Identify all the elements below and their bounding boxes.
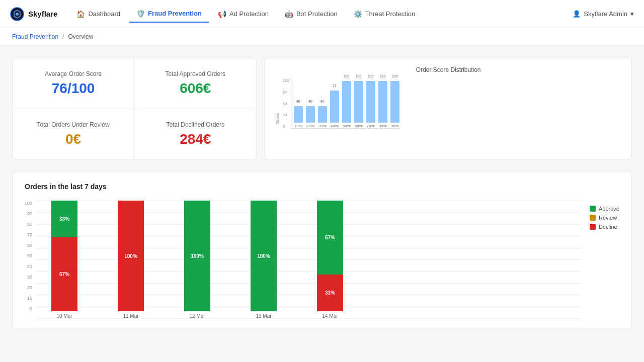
nav-dashboard[interactable]: 🏠 Dashboard <box>69 6 127 22</box>
total-review-value: 0€ <box>29 131 118 147</box>
orders-y-label: 20 <box>25 285 32 290</box>
dist-bar-top-label: 100 <box>392 74 398 78</box>
dist-bar-x-label: 20% <box>306 124 314 128</box>
orders-bars: 67%33%100%100%100%33%67% <box>36 201 582 311</box>
svg-point-1 <box>16 13 19 16</box>
y-label-60: 60 <box>282 102 289 106</box>
dist-bar-wrap: 4010% <box>293 106 303 128</box>
bar-group: 100% <box>118 201 144 311</box>
avg-order-score-label: Average Order Score <box>29 70 118 77</box>
dist-bar: 100 <box>342 81 351 123</box>
bar-x-label: 10 Mar <box>51 313 77 319</box>
breadcrumb-section[interactable]: Fraud Prevention <box>12 33 58 40</box>
dist-bar-x-label: 40% <box>331 124 339 128</box>
dist-bar-wrap: 10050% <box>342 81 352 128</box>
orders-y-label: 80 <box>25 222 32 227</box>
dist-bar-x-label: 90% <box>391 124 399 128</box>
dist-bar-x-label: 30% <box>318 124 327 128</box>
nav-bot-protection[interactable]: 🤖 Bot Protection <box>278 6 345 22</box>
dist-bar-top-label: 40 <box>296 100 300 103</box>
logo-text: Skyflare <box>28 10 57 18</box>
threat-icon: ⚙️ <box>354 10 362 18</box>
total-review-block: Total Orders Under Review 0€ <box>13 109 134 159</box>
bar-group: 67%33% <box>51 201 77 311</box>
orders-y-labels: 0102030405060708090100 <box>25 201 36 311</box>
dist-bar: 100 <box>378 81 387 123</box>
legend-item: Approve <box>590 206 619 212</box>
legend-color <box>590 206 596 212</box>
dist-bar: 100 <box>354 81 363 123</box>
total-declined-block: Total Declined Orders 284€ <box>134 109 256 159</box>
decline-segment: 33% <box>317 275 343 311</box>
dist-bar: 40 <box>306 106 315 123</box>
dist-bar: 100 <box>390 81 399 123</box>
legend-item: Review <box>590 215 619 221</box>
logo-icon <box>10 7 24 21</box>
bot-icon: 🤖 <box>285 10 293 18</box>
dist-bar-wrap: 7740% <box>330 90 340 128</box>
bar-x-label: 14 Mar <box>317 313 343 319</box>
orders-y-label: 50 <box>25 253 32 258</box>
nav-ad-protection[interactable]: 📢 Ad Protection <box>211 6 276 22</box>
ad-icon: 📢 <box>218 10 226 18</box>
orders-x-labels: 10 Mar11 Mar12 Mar13 Mar14 Mar <box>36 313 582 319</box>
dist-bar-wrap: 10090% <box>390 81 400 128</box>
user-icon: 👤 <box>573 10 581 18</box>
legend-label: Approve <box>599 206 619 212</box>
legend-item: Decline <box>590 224 619 230</box>
approve-segment: 33% <box>51 201 77 237</box>
approve-segment: 67% <box>317 201 343 275</box>
dist-bar: 40 <box>294 106 303 123</box>
nav-items: 🏠 Dashboard 🛡️ Fraud Prevention 📢 Ad Pro… <box>69 6 573 23</box>
dist-bar-top-label: 100 <box>368 74 374 78</box>
dist-bar: 40 <box>318 106 327 123</box>
dist-bar: 100 <box>366 81 375 123</box>
logo[interactable]: Skyflare <box>10 7 57 21</box>
legend-label: Review <box>599 215 617 221</box>
distribution-title: Order Score Distribution <box>275 66 621 73</box>
legend-color <box>590 215 596 221</box>
dist-bar-top-label: 40 <box>308 100 312 103</box>
score-y-title: Score <box>275 113 280 124</box>
dist-bar: 77 <box>330 90 339 123</box>
chart-legend: ApproveReviewDecline <box>582 201 619 319</box>
dist-bar-top-label: 77 <box>333 84 337 87</box>
bar-group: 100% <box>184 201 210 311</box>
y-label-30: 30 <box>282 113 289 117</box>
avg-order-score-block: Average Order Score 76/100 <box>13 58 134 109</box>
home-icon: 🏠 <box>76 10 85 18</box>
stacked-bar: 67%33% <box>51 201 77 311</box>
total-approved-block: Total Approved Orders 606€ <box>134 58 256 109</box>
nav-fraud-prevention[interactable]: 🛡️ Fraud Prevention <box>129 6 209 23</box>
legend-color <box>590 224 596 230</box>
stacked-bar: 33%67% <box>317 201 343 311</box>
user-menu[interactable]: 👤 Skyflare Admin ▾ <box>573 10 634 18</box>
total-review-label: Total Orders Under Review <box>29 121 118 128</box>
bar-x-label: 13 Mar <box>251 313 277 319</box>
dist-bar-top-label: 100 <box>344 74 350 78</box>
approve-segment: 100% <box>184 201 210 311</box>
stacked-bar: 100% <box>118 201 144 311</box>
y-label-0: 0 <box>282 124 289 129</box>
total-declined-value: 284€ <box>150 131 240 147</box>
orders-y-label: 0 <box>25 306 32 311</box>
total-approved-label: Total Approved Orders <box>150 70 240 77</box>
breadcrumb-page: Overview <box>68 33 93 40</box>
y-label-120: 120 <box>282 78 289 83</box>
dist-bar-wrap: 10060% <box>354 81 364 128</box>
bar-x-label: 12 Mar <box>184 313 210 319</box>
total-approved-value: 606€ <box>150 80 240 97</box>
nav-threat-protection[interactable]: ⚙️ Threat Protection <box>347 6 423 22</box>
dist-bar-x-label: 60% <box>355 124 363 128</box>
dist-bar-wrap: 4030% <box>317 106 328 128</box>
bar-x-label: 11 Mar <box>118 313 144 319</box>
distribution-chart: Order Score Distribution Score 120 90 60… <box>265 58 632 160</box>
orders-y-label: 30 <box>25 275 32 280</box>
orders-y-label: 100 <box>25 201 32 206</box>
dist-bar-x-label: 70% <box>367 124 375 128</box>
navbar: Skyflare 🏠 Dashboard 🛡️ Fraud Prevention… <box>0 0 644 28</box>
dist-bar-x-label: 10% <box>294 124 302 128</box>
dist-bar-x-label: 50% <box>343 124 351 128</box>
chevron-down-icon: ▾ <box>630 10 634 18</box>
breadcrumb: Fraud Prevention / Overview <box>0 28 644 46</box>
